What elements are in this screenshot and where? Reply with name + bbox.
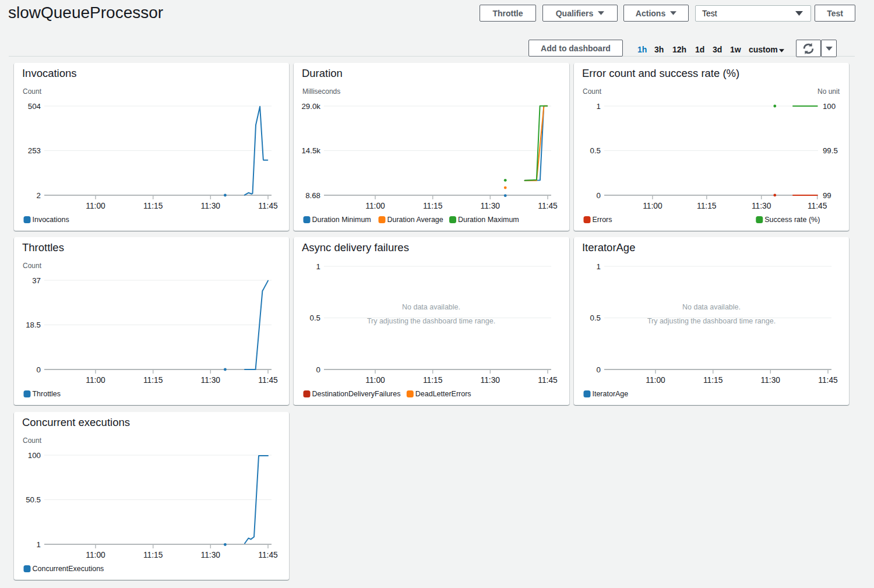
svg-text:11:30: 11:30 — [201, 376, 221, 385]
svg-text:11:45: 11:45 — [808, 202, 827, 210]
svg-text:Duration Maximum: Duration Maximum — [458, 216, 519, 224]
svg-text:14.5k: 14.5k — [302, 146, 321, 155]
svg-text:11:30: 11:30 — [760, 376, 780, 385]
svg-text:1: 1 — [37, 540, 41, 548]
svg-text:11:30: 11:30 — [481, 376, 501, 385]
svg-text:11:15: 11:15 — [423, 202, 443, 210]
svg-text:Duration Average: Duration Average — [387, 216, 443, 224]
svg-text:0: 0 — [37, 365, 41, 374]
svg-text:1: 1 — [316, 262, 320, 271]
svg-text:Milliseconds: Milliseconds — [302, 87, 340, 95]
svg-text:IteratorAge: IteratorAge — [582, 241, 635, 253]
svg-text:99.5: 99.5 — [823, 146, 838, 155]
svg-text:11:00: 11:00 — [86, 551, 105, 559]
svg-text:Try adjusting the dashboard ti: Try adjusting the dashboard time range. — [647, 317, 776, 325]
svg-text:11:15: 11:15 — [697, 202, 717, 210]
svg-text:11:00: 11:00 — [366, 202, 386, 210]
svg-text:Count: Count — [23, 87, 42, 95]
svg-text:11:00: 11:00 — [86, 202, 105, 210]
svg-text:11:15: 11:15 — [143, 202, 163, 210]
svg-text:Count: Count — [23, 262, 42, 270]
svg-text:IteratorAge: IteratorAge — [592, 390, 628, 398]
svg-text:11:45: 11:45 — [258, 202, 278, 210]
svg-text:Async delivery failures: Async delivery failures — [302, 241, 409, 253]
svg-text:29.0k: 29.0k — [302, 101, 321, 110]
svg-text:Throttles: Throttles — [32, 390, 61, 398]
svg-text:37: 37 — [32, 276, 41, 285]
svg-text:11:15: 11:15 — [423, 376, 443, 385]
svg-text:11:00: 11:00 — [643, 202, 662, 210]
svg-text:11:45: 11:45 — [818, 376, 838, 385]
svg-text:11:00: 11:00 — [86, 376, 105, 385]
svg-text:0: 0 — [316, 365, 320, 374]
svg-text:Success rate (%): Success rate (%) — [764, 216, 820, 224]
svg-text:11:45: 11:45 — [538, 376, 558, 385]
svg-text:11:15: 11:15 — [703, 376, 723, 385]
svg-text:11:00: 11:00 — [366, 376, 386, 385]
svg-text:1: 1 — [596, 101, 600, 110]
svg-text:504: 504 — [28, 101, 41, 110]
svg-text:18.5: 18.5 — [26, 321, 41, 329]
svg-text:11:30: 11:30 — [201, 202, 221, 210]
svg-text:Count: Count — [23, 436, 42, 444]
svg-text:11:30: 11:30 — [201, 551, 221, 559]
svg-text:11:45: 11:45 — [258, 551, 278, 559]
svg-text:No data available.: No data available. — [402, 303, 460, 311]
svg-text:0.5: 0.5 — [310, 314, 320, 322]
svg-text:253: 253 — [28, 146, 41, 155]
svg-text:11:15: 11:15 — [143, 551, 163, 559]
svg-text:11:30: 11:30 — [481, 202, 501, 210]
svg-text:11:45: 11:45 — [538, 202, 558, 210]
svg-text:Count: Count — [583, 87, 602, 95]
svg-text:2: 2 — [37, 191, 41, 199]
svg-text:11:45: 11:45 — [258, 376, 278, 385]
svg-text:Duration: Duration — [302, 66, 343, 79]
svg-text:Invocations: Invocations — [22, 66, 77, 79]
svg-text:0.5: 0.5 — [590, 314, 600, 322]
svg-text:8.68: 8.68 — [305, 191, 320, 199]
svg-text:99: 99 — [823, 191, 831, 199]
svg-text:100: 100 — [28, 450, 41, 459]
svg-text:0: 0 — [596, 191, 600, 199]
svg-text:No unit: No unit — [817, 87, 840, 95]
svg-text:Concurrent executions: Concurrent executions — [22, 416, 130, 428]
svg-text:11:00: 11:00 — [646, 376, 665, 385]
svg-text:DestinationDeliveryFailures: DestinationDeliveryFailures — [312, 390, 401, 398]
svg-text:Throttles: Throttles — [22, 241, 64, 253]
svg-text:0: 0 — [596, 365, 600, 374]
svg-text:Error count and success rate (: Error count and success rate (%) — [582, 66, 739, 79]
svg-text:11:30: 11:30 — [752, 202, 771, 210]
svg-text:0.5: 0.5 — [590, 146, 600, 155]
svg-text:Try adjusting the dashboard ti: Try adjusting the dashboard time range. — [367, 317, 495, 325]
svg-text:100: 100 — [823, 101, 836, 110]
svg-text:1: 1 — [596, 262, 600, 271]
svg-text:11:15: 11:15 — [143, 376, 163, 385]
svg-text:50.5: 50.5 — [26, 495, 41, 504]
svg-text:Errors: Errors — [592, 216, 612, 224]
svg-text:No data available.: No data available. — [682, 303, 741, 311]
svg-text:DeadLetterErrors: DeadLetterErrors — [415, 390, 471, 398]
svg-text:Invocations: Invocations — [32, 216, 69, 224]
svg-text:Duration Minimum: Duration Minimum — [312, 216, 371, 224]
svg-text:ConcurrentExecutions: ConcurrentExecutions — [32, 565, 104, 573]
